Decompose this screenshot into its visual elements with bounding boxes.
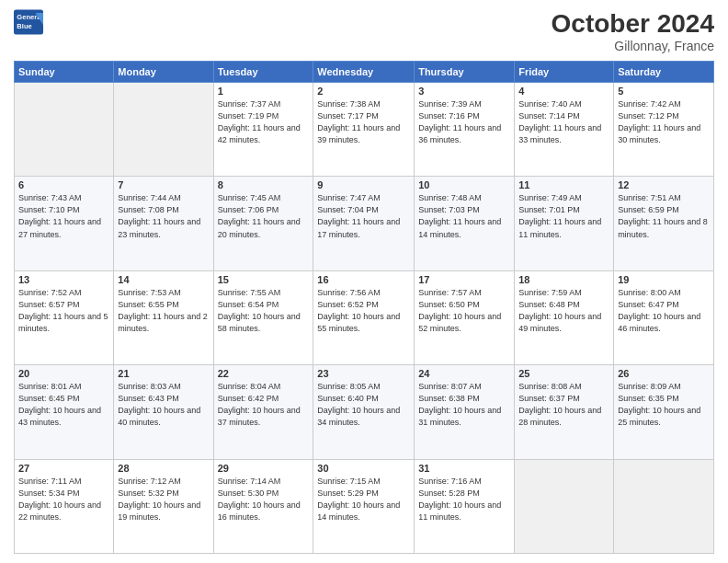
day-info: Sunrise: 7:39 AM Sunset: 7:16 PM Dayligh… [418, 98, 510, 146]
day-number: 3 [418, 86, 510, 97]
svg-text:Blue: Blue [17, 22, 31, 30]
day-info: Sunrise: 7:49 AM Sunset: 7:01 PM Dayligh… [518, 192, 609, 240]
day-info: Sunrise: 7:44 AM Sunset: 7:08 PM Dayligh… [118, 192, 209, 240]
calendar-week-row: 20Sunrise: 8:01 AM Sunset: 6:45 PM Dayli… [15, 365, 714, 459]
day-info: Sunrise: 8:01 AM Sunset: 6:45 PM Dayligh… [18, 381, 109, 429]
calendar-cell [114, 83, 213, 177]
day-info: Sunrise: 7:57 AM Sunset: 6:50 PM Dayligh… [418, 287, 510, 335]
day-number: 8 [218, 179, 310, 190]
day-info: Sunrise: 8:00 AM Sunset: 6:47 PM Dayligh… [618, 287, 710, 335]
weekday-header-row: SundayMondayTuesdayWednesdayThursdayFrid… [15, 62, 714, 83]
calendar-cell: 22Sunrise: 8:04 AM Sunset: 6:42 PM Dayli… [213, 365, 313, 459]
day-number: 18 [518, 274, 609, 285]
day-number: 27 [18, 463, 109, 474]
day-info: Sunrise: 7:14 AM Sunset: 5:30 PM Dayligh… [218, 476, 310, 523]
day-info: Sunrise: 8:08 AM Sunset: 6:37 PM Dayligh… [518, 381, 609, 429]
day-number: 2 [317, 86, 410, 97]
day-info: Sunrise: 7:40 AM Sunset: 7:14 PM Dayligh… [518, 98, 609, 146]
title-block: October 2024 Gillonnay, France [552, 9, 714, 53]
calendar-cell: 5Sunrise: 7:42 AM Sunset: 7:12 PM Daylig… [614, 83, 714, 177]
day-info: Sunrise: 7:55 AM Sunset: 6:54 PM Dayligh… [218, 287, 310, 335]
day-number: 22 [218, 368, 310, 379]
general-blue-logo-icon: General Blue [14, 9, 43, 35]
day-info: Sunrise: 8:09 AM Sunset: 6:35 PM Dayligh… [618, 381, 710, 429]
day-info: Sunrise: 7:15 AM Sunset: 5:29 PM Dayligh… [317, 476, 410, 523]
day-number: 31 [418, 463, 510, 474]
day-number: 15 [218, 274, 310, 285]
calendar-cell: 24Sunrise: 8:07 AM Sunset: 6:38 PM Dayli… [415, 365, 515, 459]
day-info: Sunrise: 7:47 AM Sunset: 7:04 PM Dayligh… [317, 192, 410, 240]
calendar-cell: 8Sunrise: 7:45 AM Sunset: 7:06 PM Daylig… [213, 177, 313, 270]
day-number: 7 [118, 179, 209, 190]
day-number: 23 [317, 368, 410, 379]
day-number: 30 [317, 463, 410, 474]
calendar-cell: 2Sunrise: 7:38 AM Sunset: 7:17 PM Daylig… [313, 83, 415, 177]
calendar-cell: 19Sunrise: 8:00 AM Sunset: 6:47 PM Dayli… [614, 270, 714, 364]
calendar-cell [15, 83, 114, 177]
calendar-cell: 17Sunrise: 7:57 AM Sunset: 6:50 PM Dayli… [415, 270, 515, 364]
day-number: 11 [518, 179, 609, 190]
calendar-cell: 21Sunrise: 8:03 AM Sunset: 6:43 PM Dayli… [114, 365, 213, 459]
day-info: Sunrise: 7:53 AM Sunset: 6:55 PM Dayligh… [118, 287, 209, 335]
day-number: 28 [118, 463, 209, 474]
header: General Blue October 2024 Gillonnay, Fra… [14, 9, 714, 53]
calendar-cell: 23Sunrise: 8:05 AM Sunset: 6:40 PM Dayli… [313, 365, 415, 459]
calendar-cell: 25Sunrise: 8:08 AM Sunset: 6:37 PM Dayli… [515, 365, 614, 459]
calendar-cell: 4Sunrise: 7:40 AM Sunset: 7:14 PM Daylig… [515, 83, 614, 177]
calendar-cell: 20Sunrise: 8:01 AM Sunset: 6:45 PM Dayli… [15, 365, 114, 459]
calendar-cell: 12Sunrise: 7:51 AM Sunset: 6:59 PM Dayli… [614, 177, 714, 270]
calendar-week-row: 27Sunrise: 7:11 AM Sunset: 5:34 PM Dayli… [15, 459, 714, 553]
day-number: 9 [317, 179, 410, 190]
day-number: 6 [18, 179, 109, 190]
calendar-cell: 14Sunrise: 7:53 AM Sunset: 6:55 PM Dayli… [114, 270, 213, 364]
calendar-cell: 31Sunrise: 7:16 AM Sunset: 5:28 PM Dayli… [415, 459, 515, 553]
calendar-cell: 10Sunrise: 7:48 AM Sunset: 7:03 PM Dayli… [415, 177, 515, 270]
day-info: Sunrise: 7:59 AM Sunset: 6:48 PM Dayligh… [518, 287, 609, 335]
weekday-header: Sunday [15, 62, 114, 83]
day-info: Sunrise: 7:42 AM Sunset: 7:12 PM Dayligh… [618, 98, 710, 146]
day-info: Sunrise: 7:16 AM Sunset: 5:28 PM Dayligh… [418, 476, 510, 523]
calendar-week-row: 1Sunrise: 7:37 AM Sunset: 7:19 PM Daylig… [15, 83, 714, 177]
day-info: Sunrise: 8:04 AM Sunset: 6:42 PM Dayligh… [218, 381, 310, 429]
day-number: 24 [418, 368, 510, 379]
calendar-cell: 6Sunrise: 7:43 AM Sunset: 7:10 PM Daylig… [15, 177, 114, 270]
location: Gillonnay, France [552, 39, 714, 53]
calendar-cell: 28Sunrise: 7:12 AM Sunset: 5:32 PM Dayli… [114, 459, 213, 553]
calendar-cell: 3Sunrise: 7:39 AM Sunset: 7:16 PM Daylig… [415, 83, 515, 177]
weekday-header: Friday [515, 62, 614, 83]
day-number: 13 [18, 274, 109, 285]
day-number: 20 [18, 368, 109, 379]
day-number: 4 [518, 86, 609, 97]
day-info: Sunrise: 7:52 AM Sunset: 6:57 PM Dayligh… [18, 287, 109, 335]
calendar-cell: 11Sunrise: 7:49 AM Sunset: 7:01 PM Dayli… [515, 177, 614, 270]
month-title: October 2024 [552, 9, 714, 39]
calendar-table: SundayMondayTuesdayWednesdayThursdayFrid… [14, 61, 714, 554]
calendar-cell: 29Sunrise: 7:14 AM Sunset: 5:30 PM Dayli… [213, 459, 313, 553]
day-number: 12 [618, 179, 710, 190]
day-info: Sunrise: 7:51 AM Sunset: 6:59 PM Dayligh… [618, 192, 710, 240]
day-number: 21 [118, 368, 209, 379]
day-info: Sunrise: 7:12 AM Sunset: 5:32 PM Dayligh… [118, 476, 209, 523]
day-info: Sunrise: 7:45 AM Sunset: 7:06 PM Dayligh… [218, 192, 310, 240]
weekday-header: Wednesday [313, 62, 415, 83]
calendar-cell: 30Sunrise: 7:15 AM Sunset: 5:29 PM Dayli… [313, 459, 415, 553]
calendar-cell: 18Sunrise: 7:59 AM Sunset: 6:48 PM Dayli… [515, 270, 614, 364]
weekday-header: Saturday [614, 62, 714, 83]
weekday-header: Thursday [415, 62, 515, 83]
calendar-cell: 15Sunrise: 7:55 AM Sunset: 6:54 PM Dayli… [213, 270, 313, 364]
calendar-cell: 9Sunrise: 7:47 AM Sunset: 7:04 PM Daylig… [313, 177, 415, 270]
calendar-week-row: 6Sunrise: 7:43 AM Sunset: 7:10 PM Daylig… [15, 177, 714, 270]
calendar-cell: 16Sunrise: 7:56 AM Sunset: 6:52 PM Dayli… [313, 270, 415, 364]
day-info: Sunrise: 7:43 AM Sunset: 7:10 PM Dayligh… [18, 192, 109, 240]
day-number: 14 [118, 274, 209, 285]
calendar-cell [515, 459, 614, 553]
calendar-cell [614, 459, 714, 553]
day-info: Sunrise: 7:38 AM Sunset: 7:17 PM Dayligh… [317, 98, 410, 146]
day-number: 10 [418, 179, 510, 190]
day-number: 19 [618, 274, 710, 285]
day-number: 5 [618, 86, 710, 97]
weekday-header: Monday [114, 62, 213, 83]
day-number: 26 [618, 368, 710, 379]
day-number: 16 [317, 274, 410, 285]
calendar-cell: 7Sunrise: 7:44 AM Sunset: 7:08 PM Daylig… [114, 177, 213, 270]
